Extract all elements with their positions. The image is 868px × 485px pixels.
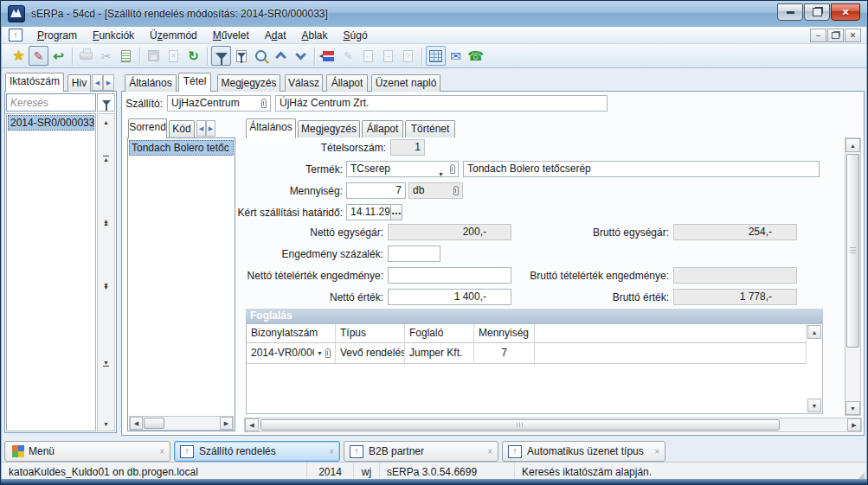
column-header-foglalo[interactable]: Foglaló	[405, 324, 474, 343]
task-tab-b2b-partner[interactable]: ↑ B2B partner ×	[344, 441, 498, 462]
edit-button[interactable]: ✎	[29, 46, 48, 66]
close-tab-icon[interactable]: ×	[480, 447, 492, 456]
hscroll-right-button[interactable]: ▶	[220, 417, 233, 430]
tab-detail-tortenet[interactable]: Történet	[405, 120, 455, 137]
scroll-up-button[interactable]: ▲	[97, 115, 115, 129]
menu-uzemmod[interactable]: Üzemmód	[142, 28, 205, 43]
hscroll-left-button[interactable]: ◀	[245, 418, 259, 431]
netto-ertek-field[interactable]: 1 400,-	[388, 289, 511, 305]
document-help-button[interactable]: ?	[398, 46, 418, 66]
attachments-button[interactable]	[116, 46, 136, 66]
form-vscrollbar[interactable]: ▲ ▼	[845, 137, 861, 416]
dropdown-arrow-icon[interactable]: ▼	[317, 343, 323, 363]
new-record-button[interactable]: ★	[9, 46, 29, 66]
tab-hivatkozas[interactable]: Hiv	[68, 74, 91, 92]
tab-altalanos[interactable]: Általános	[125, 74, 177, 92]
left-tabs-scroll-right-button[interactable]: ▶	[103, 74, 114, 91]
tab-megjegyzes[interactable]: Megjegyzés	[217, 74, 280, 92]
tab-allapot[interactable]: Állapot	[326, 74, 368, 92]
column-header-bizonylatszam[interactable]: Bizonylatszám	[247, 324, 336, 343]
mdi-restore-button[interactable]	[827, 29, 844, 42]
tab-detail-altalanos[interactable]: Általános	[246, 118, 296, 138]
phone-button[interactable]: ☎	[466, 46, 485, 66]
menu-adat[interactable]: Adat	[257, 28, 294, 43]
filter-button[interactable]	[211, 46, 231, 66]
mennyiseg-field[interactable]: 7	[346, 182, 406, 199]
tab-detail-megjegyzes[interactable]: Megjegyzés	[298, 120, 360, 137]
cell-bizonylatszam[interactable]: 2014-VR0/000015 (1)▼	[247, 343, 336, 364]
paperclip-icon[interactable]	[453, 186, 459, 195]
item-list-hscrollbar[interactable]: ◀ ▶	[129, 416, 234, 431]
dropdown-arrow-icon[interactable]: ▼	[438, 167, 444, 177]
cut-button[interactable]: ✂	[96, 46, 116, 66]
tab-tetel[interactable]: Tétel	[178, 73, 211, 92]
export-button[interactable]: ✕	[164, 46, 183, 66]
filter-document-button[interactable]	[231, 46, 251, 66]
task-tab-szallito-rendeles[interactable]: ↑ Szállító rendelés ×	[174, 441, 340, 462]
close-tab-icon[interactable]: ×	[322, 447, 334, 456]
next-document-button[interactable]: →	[378, 46, 398, 66]
task-tab-menu[interactable]: Menü ×	[4, 441, 170, 462]
scroll-last-button[interactable]: ▼	[97, 355, 115, 369]
tab-iktatoszam[interactable]: Iktatószám	[5, 73, 64, 92]
tab-sorrend[interactable]: Sorrend	[128, 118, 167, 138]
search-filter-button[interactable]	[97, 93, 115, 112]
task-tab-automatikus-uzenet[interactable]: ↑ Automatikus üzenet típus ×	[502, 441, 665, 462]
szallito-code-field[interactable]: UjHazCentrum	[167, 95, 271, 112]
column-header-tipus[interactable]: Típus	[336, 324, 405, 343]
navigate-down-button[interactable]	[291, 46, 311, 66]
table-scroll-down-button[interactable]: ▼	[807, 399, 821, 412]
menu-sugo[interactable]: Súgó	[336, 28, 376, 43]
menu-muvelet[interactable]: Művelet	[205, 28, 257, 43]
note-button[interactable]: ✎	[338, 46, 358, 66]
tab-uzenet-naplo[interactable]: Üzenet napló	[371, 74, 440, 92]
left-tabs-scroll-left-button[interactable]: ◀	[92, 74, 103, 91]
date-picker-button[interactable]: …	[390, 204, 402, 220]
minimize-button[interactable]	[777, 3, 803, 21]
mail-button[interactable]: ✉	[446, 46, 466, 66]
previous-document-button[interactable]: ←	[358, 46, 378, 66]
paperclip-icon[interactable]	[450, 164, 455, 174]
tab-kod[interactable]: Kód	[169, 120, 195, 137]
scroll-page-up-button[interactable]: ▲ ▲	[97, 215, 115, 229]
item-tabs-scroll-left-button[interactable]: ◀	[196, 120, 206, 137]
scroll-down-button[interactable]: ▼	[97, 417, 115, 431]
save-button[interactable]	[144, 46, 164, 66]
cell-tipus[interactable]: Vevő rendelés	[336, 343, 405, 364]
paperclip-icon[interactable]	[261, 99, 267, 108]
vscroll-down-button[interactable]: ▼	[845, 401, 860, 415]
form-hscrollbar[interactable]: ◀ ▶	[244, 418, 862, 432]
item-tabs-scroll-right-button[interactable]: ▶	[206, 120, 215, 137]
close-tab-icon[interactable]: ×	[647, 447, 659, 456]
vscroll-up-button[interactable]: ▲	[845, 138, 860, 152]
termek-combo[interactable]: TCserep▼	[346, 161, 459, 177]
navigate-up-button[interactable]	[271, 46, 291, 66]
column-header-mennyiseg[interactable]: Mennyiség	[474, 324, 535, 343]
hscroll-thumb[interactable]	[144, 418, 164, 429]
cell-mennyiseg[interactable]: 7	[474, 343, 535, 364]
revert-button[interactable]: ↩	[48, 46, 68, 66]
mdi-close-button[interactable]: ✕	[845, 29, 861, 42]
netto-engedmeny-field[interactable]	[388, 267, 511, 284]
close-button[interactable]: ✕	[831, 3, 860, 21]
tab-valasz[interactable]: Válasz	[285, 74, 323, 92]
tab-detail-allapot[interactable]: Állapot	[362, 120, 403, 137]
search-button[interactable]	[251, 46, 271, 66]
cell-foglalo[interactable]: Jumper Kft.	[405, 343, 474, 364]
vscroll-thumb[interactable]	[846, 154, 859, 348]
hatarido-field[interactable]: 14.11.29.	[346, 204, 391, 220]
hscroll-right-button[interactable]: ▶	[847, 418, 861, 431]
hscroll-left-button[interactable]: ◀	[130, 417, 143, 430]
menu-funkciok[interactable]: Funkciók	[85, 28, 142, 43]
calculator-button[interactable]	[426, 46, 446, 66]
mdi-minimize-button[interactable]: –	[810, 29, 826, 42]
scroll-first-button[interactable]: ▲	[97, 152, 115, 166]
search-input[interactable]	[6, 93, 96, 112]
restore-button[interactable]	[804, 3, 830, 21]
menu-ablak[interactable]: Ablak	[294, 28, 336, 43]
print-button[interactable]	[76, 46, 96, 66]
engedmeny-szazalek-field[interactable]	[388, 246, 440, 262]
menu-program[interactable]: Program	[29, 28, 85, 43]
paperclip-icon[interactable]	[325, 348, 331, 358]
refresh-button[interactable]: ↻	[183, 46, 203, 66]
